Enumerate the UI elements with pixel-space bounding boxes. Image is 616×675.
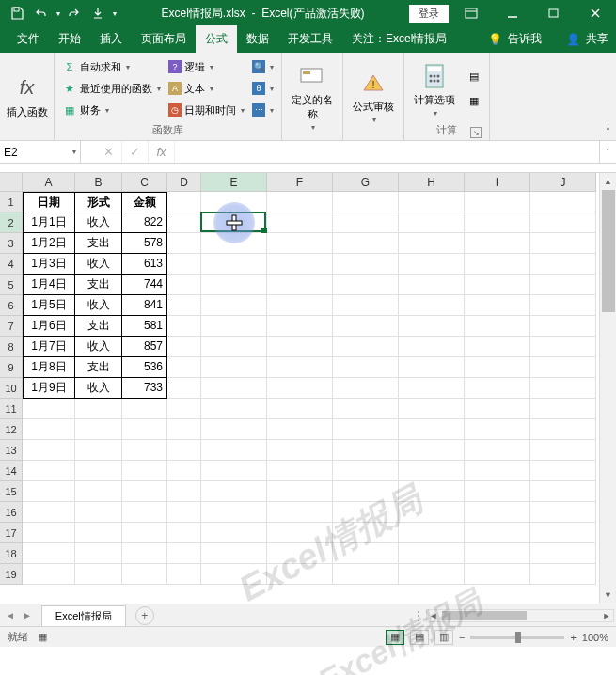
- cell-G19[interactable]: [333, 564, 399, 585]
- cell-I10[interactable]: [465, 378, 530, 399]
- zoom-level[interactable]: 100%: [582, 632, 608, 643]
- cell-J5[interactable]: [530, 275, 596, 295]
- cell-J2[interactable]: [530, 212, 596, 233]
- text-button[interactable]: A文本▾: [166, 78, 246, 99]
- cell-I18[interactable]: [465, 543, 530, 564]
- vertical-scrollbar[interactable]: ▲ ▼: [599, 173, 616, 604]
- tab-page-layout[interactable]: 页面布局: [132, 25, 196, 53]
- page-break-view-button[interactable]: ▥: [434, 630, 453, 645]
- col-header-D[interactable]: D: [167, 173, 201, 192]
- cell-A16[interactable]: [23, 502, 75, 523]
- cell-E15[interactable]: [201, 481, 267, 502]
- name-box[interactable]: E2▾: [0, 141, 81, 163]
- cell-D9[interactable]: [167, 357, 201, 378]
- touch-mode-icon[interactable]: [87, 3, 109, 24]
- select-all-corner[interactable]: [0, 173, 23, 192]
- cell-F1[interactable]: [267, 192, 333, 212]
- row-header-15[interactable]: 15: [0, 481, 23, 502]
- cell-J3[interactable]: [530, 233, 596, 254]
- row-header-7[interactable]: 7: [0, 316, 23, 337]
- sheet-nav-prev-icon[interactable]: ◄: [6, 610, 15, 620]
- cell-I16[interactable]: [465, 502, 530, 523]
- cell-G13[interactable]: [333, 440, 399, 461]
- cell-I5[interactable]: [465, 275, 530, 295]
- cell-A5[interactable]: 1月4日: [23, 275, 75, 295]
- defined-names-button[interactable]: 定义的名称▾: [288, 56, 337, 135]
- cell-J18[interactable]: [530, 543, 596, 564]
- cell-I2[interactable]: [465, 212, 530, 233]
- cell-H9[interactable]: [399, 357, 465, 378]
- cell-B19[interactable]: [75, 564, 122, 585]
- cell-I11[interactable]: [465, 399, 530, 419]
- row-header-19[interactable]: 19: [0, 564, 23, 585]
- cell-D18[interactable]: [167, 543, 201, 564]
- cell-A9[interactable]: 1月8日: [23, 357, 75, 378]
- cell-B5[interactable]: 支出: [75, 275, 122, 295]
- cell-F5[interactable]: [267, 275, 333, 295]
- cell-E9[interactable]: [201, 357, 267, 378]
- cell-B15[interactable]: [75, 481, 122, 502]
- cell-D2[interactable]: [167, 212, 201, 233]
- cell-E3[interactable]: [201, 233, 267, 254]
- dialog-launcher-icon[interactable]: ↘: [470, 127, 482, 138]
- cell-B6[interactable]: 收入: [75, 295, 122, 316]
- row-header-16[interactable]: 16: [0, 502, 23, 523]
- cell-D15[interactable]: [167, 481, 201, 502]
- cell-F4[interactable]: [267, 254, 333, 275]
- cell-G17[interactable]: [333, 523, 399, 543]
- cell-J14[interactable]: [530, 461, 596, 481]
- col-header-B[interactable]: B: [75, 173, 122, 192]
- cell-D13[interactable]: [167, 440, 201, 461]
- ribbon-display-icon[interactable]: [452, 0, 490, 26]
- row-header-4[interactable]: 4: [0, 254, 23, 275]
- cell-A2[interactable]: 1月1日: [23, 212, 75, 233]
- cell-J6[interactable]: [530, 295, 596, 316]
- row-header-11[interactable]: 11: [0, 399, 23, 419]
- cell-F3[interactable]: [267, 233, 333, 254]
- cell-B18[interactable]: [75, 543, 122, 564]
- cell-E14[interactable]: [201, 461, 267, 481]
- row-header-9[interactable]: 9: [0, 357, 23, 378]
- row-header-3[interactable]: 3: [0, 233, 23, 254]
- cell-G12[interactable]: [333, 419, 399, 440]
- cell-C7[interactable]: 581: [122, 316, 167, 337]
- cell-J15[interactable]: [530, 481, 596, 502]
- autosum-button[interactable]: Σ自动求和▾: [60, 56, 163, 77]
- row-header-12[interactable]: 12: [0, 419, 23, 440]
- cell-A6[interactable]: 1月5日: [23, 295, 75, 316]
- cell-D7[interactable]: [167, 316, 201, 337]
- cell-E5[interactable]: [201, 275, 267, 295]
- cell-C8[interactable]: 857: [122, 337, 167, 357]
- cell-J9[interactable]: [530, 357, 596, 378]
- cell-C4[interactable]: 613: [122, 254, 167, 275]
- cell-D4[interactable]: [167, 254, 201, 275]
- cell-J12[interactable]: [530, 419, 596, 440]
- cell-B11[interactable]: [75, 399, 122, 419]
- cell-A18[interactable]: [23, 543, 75, 564]
- zoom-slider[interactable]: [470, 636, 564, 639]
- tab-attention[interactable]: 关注：Excel情报局: [342, 25, 456, 53]
- cell-F12[interactable]: [267, 419, 333, 440]
- cell-C6[interactable]: 841: [122, 295, 167, 316]
- cell-A7[interactable]: 1月6日: [23, 316, 75, 337]
- row-header-1[interactable]: 1: [0, 192, 23, 212]
- cell-B17[interactable]: [75, 523, 122, 543]
- cell-H2[interactable]: [399, 212, 465, 233]
- cell-C9[interactable]: 536: [122, 357, 167, 378]
- tab-data[interactable]: 数据: [237, 25, 278, 53]
- cell-A14[interactable]: [23, 461, 75, 481]
- cell-I7[interactable]: [465, 316, 530, 337]
- formula-input[interactable]: [175, 141, 599, 163]
- scroll-down-icon[interactable]: ▼: [600, 587, 616, 604]
- cell-J13[interactable]: [530, 440, 596, 461]
- cell-B2[interactable]: 收入: [75, 212, 122, 233]
- cell-H10[interactable]: [399, 378, 465, 399]
- lookup-button[interactable]: 🔍▾: [250, 56, 276, 77]
- cell-G15[interactable]: [333, 481, 399, 502]
- tab-formulas[interactable]: 公式: [196, 25, 237, 53]
- save-icon[interactable]: [6, 3, 28, 24]
- cell-I1[interactable]: [465, 192, 530, 212]
- cell-C16[interactable]: [122, 502, 167, 523]
- cell-I3[interactable]: [465, 233, 530, 254]
- cell-G16[interactable]: [333, 502, 399, 523]
